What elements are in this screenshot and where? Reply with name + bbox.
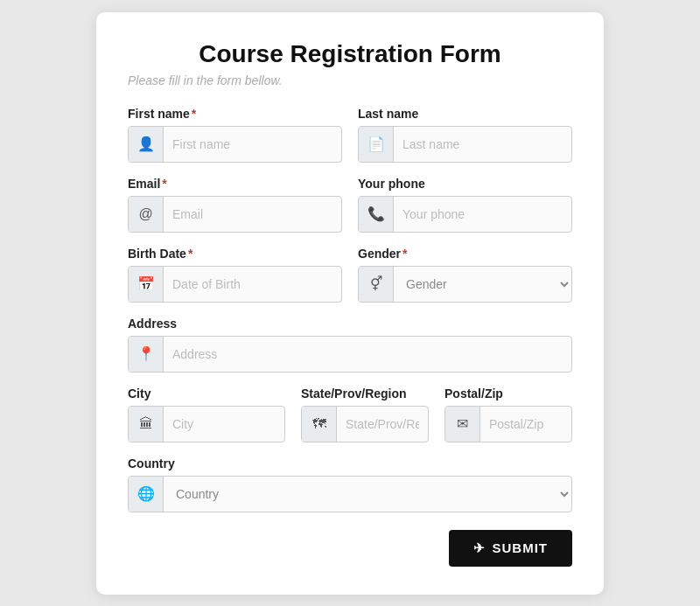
id-icon: 📄 bbox=[359, 127, 394, 162]
last-name-group: Last name 📄 bbox=[358, 107, 572, 163]
gender-label: Gender* bbox=[358, 247, 572, 261]
country-select-wrapper: 🌐 Country United States United Kingdom C… bbox=[128, 476, 572, 512]
phone-group: Your phone 📞 bbox=[358, 177, 572, 233]
email-label: Email* bbox=[128, 177, 342, 191]
map-icon: 🗺 bbox=[302, 407, 337, 442]
first-name-input[interactable] bbox=[164, 127, 341, 162]
state-input[interactable] bbox=[337, 407, 428, 442]
email-group: Email* @ bbox=[128, 177, 342, 233]
submit-label: SUBMIT bbox=[493, 540, 549, 555]
phone-input-wrapper: 📞 bbox=[358, 196, 572, 233]
globe-icon: 🌐 bbox=[129, 477, 164, 512]
building-icon: 🏛 bbox=[129, 407, 164, 442]
state-group: State/Prov/Region 🗺 bbox=[301, 387, 429, 442]
submit-button[interactable]: ✈ SUBMIT bbox=[449, 530, 573, 567]
city-input[interactable] bbox=[164, 407, 284, 442]
country-group: Country 🌐 Country United States United K… bbox=[128, 456, 572, 512]
state-label: State/Prov/Region bbox=[301, 387, 429, 401]
phone-input[interactable] bbox=[394, 197, 571, 232]
email-input-wrapper: @ bbox=[128, 196, 342, 233]
address-group: Address 📍 bbox=[128, 317, 572, 373]
first-name-label: First name* bbox=[128, 107, 342, 121]
city-input-wrapper: 🏛 bbox=[128, 406, 285, 442]
person-icon: 👤 bbox=[129, 127, 164, 162]
address-row: Address 📍 bbox=[128, 317, 572, 373]
gender-group: Gender* ⚥ Gender Male Female Other bbox=[358, 247, 572, 303]
country-label: Country bbox=[128, 456, 572, 470]
address-input-wrapper: 📍 bbox=[128, 336, 572, 373]
last-name-label: Last name bbox=[358, 107, 572, 121]
submit-row: ✈ SUBMIT bbox=[128, 530, 572, 567]
address-input[interactable] bbox=[164, 337, 571, 372]
gender-select-wrapper: ⚥ Gender Male Female Other bbox=[358, 266, 572, 303]
birth-date-input[interactable] bbox=[164, 267, 341, 302]
birth-date-group: Birth Date* 📅 bbox=[128, 247, 342, 303]
send-icon: ✈ bbox=[473, 540, 486, 556]
birth-gender-row: Birth Date* 📅 Gender* ⚥ Gender Male Fema… bbox=[128, 247, 572, 303]
email-phone-row: Email* @ Your phone 📞 bbox=[128, 177, 572, 233]
city-group: City 🏛 bbox=[128, 387, 285, 442]
envelope-icon: ✉ bbox=[445, 407, 480, 442]
last-name-input-wrapper: 📄 bbox=[358, 126, 572, 163]
country-select[interactable]: Country United States United Kingdom Can… bbox=[164, 477, 571, 512]
gender-icon: ⚥ bbox=[359, 267, 394, 302]
calendar-icon: 📅 bbox=[129, 267, 164, 302]
zip-label: Postal/Zip bbox=[444, 387, 572, 401]
state-input-wrapper: 🗺 bbox=[301, 406, 429, 442]
name-row: First name* 👤 Last name 📄 bbox=[128, 107, 572, 163]
birth-date-label: Birth Date* bbox=[128, 247, 342, 261]
phone-label: Your phone bbox=[358, 177, 572, 191]
city-state-zip-row: City 🏛 State/Prov/Region 🗺 Postal/Zip ✉ bbox=[128, 387, 572, 442]
gender-select[interactable]: Gender Male Female Other bbox=[394, 267, 571, 302]
at-icon: @ bbox=[129, 197, 164, 232]
country-row: Country 🌐 Country United States United K… bbox=[128, 456, 572, 512]
form-title: Course Registration Form bbox=[128, 40, 572, 68]
phone-icon: 📞 bbox=[359, 197, 394, 232]
birth-date-input-wrapper: 📅 bbox=[128, 266, 342, 303]
email-input[interactable] bbox=[164, 197, 341, 232]
last-name-input[interactable] bbox=[394, 127, 571, 162]
zip-group: Postal/Zip ✉ bbox=[444, 387, 572, 442]
zip-input[interactable] bbox=[480, 407, 571, 442]
registration-form-card: Course Registration Form Please fill in … bbox=[96, 12, 604, 595]
first-name-input-wrapper: 👤 bbox=[128, 126, 342, 163]
zip-input-wrapper: ✉ bbox=[444, 406, 572, 442]
first-name-group: First name* 👤 bbox=[128, 107, 342, 163]
form-subtitle: Please fill in the form bellow. bbox=[128, 73, 572, 87]
location-icon: 📍 bbox=[129, 337, 164, 372]
city-label: City bbox=[128, 387, 285, 401]
address-label: Address bbox=[128, 317, 572, 331]
